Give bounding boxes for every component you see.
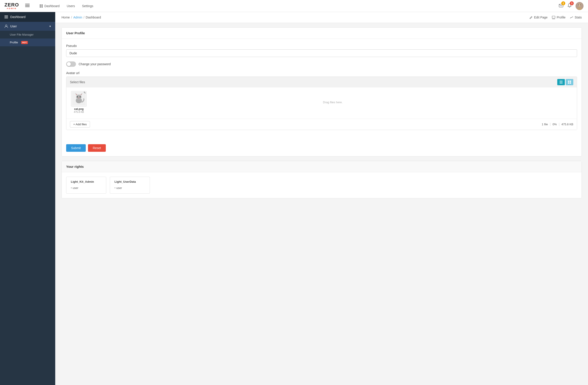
svg-point-36 bbox=[80, 96, 81, 97]
breadcrumb-bar: Home / Admin / Dashboard Edit Page bbox=[55, 12, 588, 23]
sidebar-user-label: User bbox=[10, 24, 17, 28]
menu-icon bbox=[4, 15, 8, 19]
grid-view-icon bbox=[568, 80, 571, 84]
logo-sub: ADMIN bbox=[7, 7, 17, 10]
add-files-button[interactable]: + Add files bbox=[70, 121, 90, 128]
sidebar-profile[interactable]: Profile HOT bbox=[0, 38, 55, 46]
file-percent: 0% bbox=[553, 123, 557, 126]
hamburger-icon[interactable] bbox=[23, 2, 31, 10]
sidebar-user[interactable]: User ▾ bbox=[0, 22, 55, 31]
logo[interactable]: ZERO ADMIN bbox=[4, 2, 19, 10]
breadcrumb-sep-1: / bbox=[71, 16, 72, 19]
edit-icon bbox=[529, 16, 533, 19]
svg-point-33 bbox=[77, 96, 78, 97]
edit-page-link[interactable]: Edit Page bbox=[529, 16, 548, 19]
submit-button[interactable]: Submit bbox=[66, 144, 86, 152]
view-buttons bbox=[557, 79, 573, 85]
rights-item-1: Light_UserData user bbox=[110, 177, 150, 194]
svg-rect-21 bbox=[560, 83, 563, 83]
svg-rect-23 bbox=[570, 80, 571, 82]
toggle-knob bbox=[67, 62, 71, 66]
file-total-size: 475.8 KB bbox=[562, 123, 573, 126]
svg-point-11 bbox=[578, 4, 579, 5]
file-thumbnail: ✎ cat.png 475.8 KB bbox=[70, 91, 88, 113]
svg-rect-6 bbox=[42, 6, 43, 8]
card-body: Pseudo Change your password Avatar url bbox=[62, 39, 582, 140]
card-header: User Profile bbox=[62, 28, 582, 39]
svg-rect-17 bbox=[552, 16, 555, 18]
rights-list-item: user bbox=[71, 186, 102, 190]
breadcrumb: Home / Admin / Dashboard bbox=[62, 16, 101, 19]
svg-rect-19 bbox=[560, 81, 563, 81]
rights-item-title-1: Light_UserData bbox=[114, 180, 145, 183]
file-edit-icon[interactable]: ✎ bbox=[84, 91, 86, 94]
svg-rect-4 bbox=[42, 4, 43, 6]
hot-badge: HOT bbox=[21, 41, 28, 44]
svg-rect-0 bbox=[25, 4, 30, 4]
svg-rect-3 bbox=[40, 4, 41, 6]
breadcrumb-sep-2: / bbox=[84, 16, 84, 19]
stats-sep-1 bbox=[550, 123, 550, 126]
reset-button[interactable]: Reset bbox=[88, 144, 106, 152]
breadcrumb-current: Dashboard bbox=[86, 16, 101, 19]
profile-link[interactable]: Profile bbox=[552, 16, 566, 19]
pseudo-field-group: Pseudo bbox=[66, 44, 577, 57]
list-view-icon bbox=[560, 80, 563, 84]
pseudo-label: Pseudo bbox=[66, 44, 577, 48]
grid-view-btn[interactable] bbox=[566, 79, 573, 85]
stats-link[interactable]: Stats bbox=[570, 16, 582, 19]
nav-settings[interactable]: Settings bbox=[79, 2, 96, 10]
breadcrumb-admin[interactable]: Admin bbox=[73, 16, 82, 19]
breadcrumb-home[interactable]: Home bbox=[62, 16, 70, 19]
svg-rect-5 bbox=[40, 6, 41, 8]
logo-text: ZERO bbox=[4, 2, 19, 7]
password-toggle-row: Change your password bbox=[66, 61, 577, 67]
svg-point-28 bbox=[76, 95, 82, 99]
nav-links: Dashboard Users Settings bbox=[37, 2, 96, 10]
sidebar-sub-label: User File Manager bbox=[10, 33, 34, 36]
file-upload-container: Select files bbox=[66, 77, 577, 130]
user-icon bbox=[4, 24, 8, 28]
svg-point-35 bbox=[78, 96, 78, 97]
password-toggle[interactable] bbox=[66, 61, 76, 67]
svg-rect-1 bbox=[25, 5, 30, 6]
svg-point-16 bbox=[6, 25, 7, 26]
sidebar-user-file-manager[interactable]: User File Manager bbox=[0, 31, 55, 38]
rights-list-item: user bbox=[114, 186, 145, 190]
topnav-right: 2 3 bbox=[559, 2, 584, 10]
user-profile-card: User Profile Pseudo Change your password bbox=[62, 27, 582, 156]
rights-item-list-1: user bbox=[114, 186, 145, 190]
alerts-bell[interactable]: 3 bbox=[567, 3, 572, 9]
breadcrumb-actions: Edit Page Profile Stats bbox=[529, 16, 582, 19]
svg-rect-13 bbox=[4, 16, 8, 16]
top-navigation: ZERO ADMIN Dashboard Users Settings 2 bbox=[0, 0, 588, 12]
file-upload-body: ✎ cat.png 475.8 KB Drag files here. bbox=[66, 87, 577, 119]
nav-users[interactable]: Users bbox=[64, 2, 78, 10]
list-view-btn[interactable] bbox=[557, 79, 565, 85]
svg-rect-2 bbox=[25, 6, 30, 7]
select-files-label: Select files bbox=[70, 80, 85, 84]
svg-rect-25 bbox=[570, 82, 571, 84]
svg-point-37 bbox=[78, 98, 79, 98]
rights-body: Light_Kit_Admin user Light_UserData user bbox=[62, 172, 582, 198]
content-area: User Profile Pseudo Change your password bbox=[55, 23, 588, 385]
form-actions: Submit Reset bbox=[62, 140, 582, 156]
svg-rect-20 bbox=[560, 82, 563, 82]
user-avatar[interactable] bbox=[576, 2, 584, 10]
file-name: cat.png bbox=[70, 108, 88, 111]
nav-dashboard[interactable]: Dashboard bbox=[37, 2, 62, 10]
pseudo-input[interactable] bbox=[66, 49, 577, 57]
main-content: Home / Admin / Dashboard Edit Page bbox=[55, 12, 588, 385]
rights-item-0: Light_Kit_Admin user bbox=[66, 177, 106, 194]
file-upload-header: Select files bbox=[66, 77, 577, 87]
email-badge: 2 bbox=[561, 1, 565, 5]
stats-sep-2 bbox=[559, 123, 559, 126]
svg-point-12 bbox=[580, 4, 581, 5]
drag-zone[interactable]: Drag files here. bbox=[92, 91, 573, 113]
file-size: 475.8 KB bbox=[70, 111, 88, 113]
sidebar-dashboard[interactable]: Dashboard bbox=[0, 12, 55, 22]
rights-item-list-0: user bbox=[71, 186, 102, 190]
avatar-url-label: Avatar url bbox=[66, 71, 577, 75]
notifications-bell[interactable]: 2 bbox=[559, 3, 564, 9]
file-upload-footer: + Add files 1 file 0% 475.8 KB bbox=[66, 119, 577, 130]
